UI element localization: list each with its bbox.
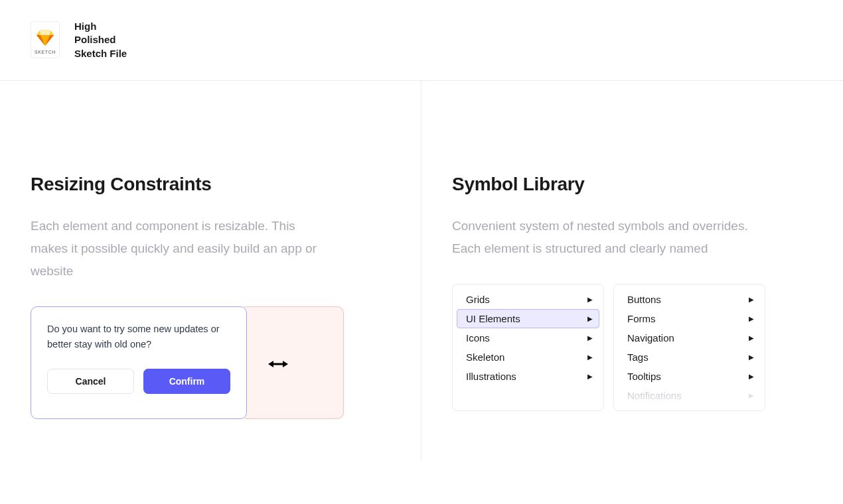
lib-item-label: Skeleton	[466, 351, 504, 363]
sketch-diamond-icon	[37, 30, 54, 46]
cancel-button[interactable]: Cancel	[47, 369, 134, 394]
lib-item-illustrations[interactable]: Illustrations ▶	[457, 367, 599, 386]
svg-marker-1	[37, 31, 40, 35]
dialog-buttons: Cancel Confirm	[47, 369, 230, 394]
chevron-right-icon: ▶	[587, 334, 593, 342]
resize-arrow-icon	[268, 354, 288, 373]
lib-item-buttons[interactable]: Buttons ▶	[618, 290, 761, 309]
lib-item-notifications[interactable]: Notifications ▶	[618, 386, 761, 405]
symbol-library-section: Symbol Library Convenient system of nest…	[422, 81, 843, 461]
lib-item-icons[interactable]: Icons ▶	[457, 328, 599, 347]
page-header: SKETCH High Polished Sketch File	[0, 0, 843, 81]
lib-item-navigation[interactable]: Navigation ▶	[618, 328, 761, 347]
main-content: Resizing Constraints Each element and co…	[0, 81, 843, 461]
resize-dialog: Do you want to try some new updates or b…	[31, 306, 247, 419]
lib-item-tags[interactable]: Tags ▶	[618, 347, 761, 367]
lib-item-label: Grids	[466, 294, 490, 305]
lib-item-forms[interactable]: Forms ▶	[618, 309, 761, 328]
svg-marker-8	[268, 361, 273, 367]
chevron-right-icon: ▶	[749, 296, 754, 303]
chevron-right-icon: ▶	[749, 373, 754, 380]
chevron-right-icon: ▶	[749, 334, 754, 342]
lib-item-skeleton[interactable]: Skeleton ▶	[457, 347, 599, 367]
resize-demo: Do you want to try some new updates or b…	[31, 306, 346, 420]
chevron-right-icon: ▶	[587, 296, 593, 303]
resizing-desc: Each element and component is resizable.…	[31, 215, 336, 283]
chevron-right-icon: ▶	[749, 353, 754, 361]
header-title-line2: Polished	[74, 33, 127, 46]
sketch-file-label: SKETCH	[35, 50, 56, 54]
lib-item-tooltips[interactable]: Tooltips ▶	[618, 367, 761, 386]
lib-item-label: Tags	[627, 351, 649, 363]
lib-item-label: Icons	[466, 332, 490, 344]
lib-item-label: Notifications	[627, 390, 682, 401]
chevron-right-icon: ▶	[587, 353, 593, 361]
lib-item-label: Tooltips	[627, 371, 661, 382]
lib-item-label: Forms	[627, 313, 656, 324]
lib-item-label: Navigation	[627, 332, 674, 344]
header-title: High Polished Sketch File	[74, 20, 127, 60]
lib-item-label: Buttons	[627, 294, 661, 305]
lib-item-grids[interactable]: Grids ▶	[457, 290, 599, 309]
library-panel-2: Buttons ▶ Forms ▶ Navigation ▶ Tags ▶ To…	[613, 284, 765, 411]
lib-item-label: UI Elements	[466, 313, 520, 324]
resizing-title: Resizing Constraints	[31, 174, 390, 195]
header-title-line3: Sketch File	[74, 47, 127, 60]
sketch-file-icon: SKETCH	[31, 21, 60, 58]
chevron-right-icon: ▶	[587, 315, 593, 322]
svg-marker-3	[40, 30, 50, 35]
symbol-library-title: Symbol Library	[452, 174, 812, 195]
resizing-section: Resizing Constraints Each element and co…	[0, 81, 422, 461]
resize-overlay	[244, 306, 344, 419]
chevron-right-icon: ▶	[587, 373, 593, 380]
library-panel-1: Grids ▶ UI Elements ▶ Icons ▶ Skeleton ▶…	[452, 284, 604, 411]
chevron-right-icon: ▶	[749, 315, 754, 322]
lib-item-label: Illustrations	[466, 371, 516, 382]
lib-item-ui-elements[interactable]: UI Elements ▶	[457, 309, 599, 328]
dialog-text: Do you want to try some new updates or b…	[47, 322, 220, 351]
library-lists: Grids ▶ UI Elements ▶ Icons ▶ Skeleton ▶…	[452, 284, 812, 411]
confirm-button[interactable]: Confirm	[143, 369, 230, 394]
svg-marker-2	[50, 31, 54, 35]
header-title-line1: High	[74, 20, 127, 33]
symbol-library-desc: Convenient system of nested symbols and …	[452, 215, 757, 260]
svg-marker-9	[283, 361, 288, 367]
chevron-right-icon: ▶	[749, 392, 754, 399]
